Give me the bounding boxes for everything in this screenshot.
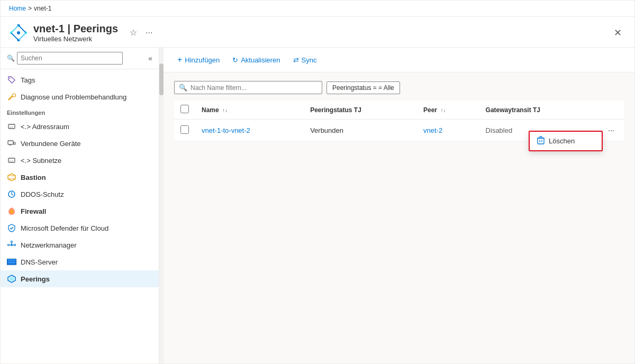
page-title: vnet-1 | Peerings — [33, 22, 118, 35]
sidebar-search-input[interactable] — [17, 52, 123, 65]
defender-icon — [7, 223, 16, 233]
sidebar-item-label: Netzwerkmanager — [21, 241, 77, 249]
sidebar-item-peerings[interactable]: Peerings — [1, 270, 159, 287]
svg-point-9 — [17, 31, 20, 34]
svg-rect-13 — [8, 141, 13, 144]
context-menu-delete[interactable]: Löschen — [530, 132, 602, 150]
svg-rect-14 — [14, 142, 15, 144]
add-icon: + — [177, 55, 182, 65]
wrench-icon — [7, 92, 16, 102]
sidebar-item-label: Peerings — [21, 275, 50, 283]
svg-text:<.>: <.> — [10, 125, 13, 129]
refresh-icon: ↻ — [232, 56, 238, 64]
svg-rect-32 — [7, 263, 16, 265]
row-checkbox[interactable] — [180, 125, 189, 134]
sidebar-collapse-button[interactable]: « — [148, 54, 152, 62]
svg-marker-34 — [10, 277, 14, 281]
tag-icon — [7, 75, 16, 85]
sidebar-item-label: Microsoft Defender für Cloud — [21, 224, 108, 232]
devices-icon — [7, 139, 16, 148]
sidebar-item-subnetze[interactable]: <.> <.> Subnetze — [1, 152, 159, 169]
add-button[interactable]: + Hinzufügen — [174, 53, 223, 67]
delete-label: Löschen — [549, 137, 575, 145]
sidebar-item-defender[interactable]: Microsoft Defender für Cloud — [1, 220, 159, 236]
col-gatewaytransit: Gatewaytransit TJ — [479, 101, 599, 120]
network-icon — [7, 240, 16, 250]
sidebar-item-label: <.> Subnetze — [21, 157, 61, 165]
svg-point-10 — [10, 78, 11, 79]
filter-row: 🔍 Peeringstatus = = Alle — [174, 81, 624, 94]
select-all-checkbox[interactable] — [180, 105, 189, 113]
sidebar-nav: Tags Diagnose und Problembehandlung Eins… — [1, 69, 159, 363]
svg-text:<.>: <.> — [10, 159, 13, 162]
header-title-group: vnet-1 | Peerings Virtuelles Netzwerk — [33, 22, 118, 43]
svg-rect-31 — [7, 261, 16, 263]
name-sort-icon[interactable]: ↑↓ — [222, 107, 228, 113]
svg-point-24 — [14, 244, 16, 246]
svg-point-25 — [11, 241, 13, 243]
content-area: + Hinzufügen ↻ Aktualisieren ⇄ Sync 🔍 — [164, 48, 634, 363]
sidebar-scrollbar[interactable] — [159, 48, 164, 363]
sidebar: 🔍 « Tags Diagnose und Problembe — [1, 48, 159, 363]
svg-point-23 — [8, 244, 10, 246]
sidebar-item-diagnose[interactable]: Diagnose und Problembehandlung — [1, 88, 159, 105]
table-header-row: Name ↑↓ Peeringstatus TJ Peer ↑↓ — [174, 101, 624, 120]
svg-point-22 — [11, 244, 13, 246]
row-status-cell: Verbunden — [304, 120, 417, 141]
resource-icon — [9, 23, 28, 42]
header-actions: ☆ ··· — [128, 25, 155, 40]
firewall-icon — [7, 206, 16, 216]
breadcrumb-home[interactable]: Home — [9, 5, 26, 12]
row-more-button[interactable]: ··· — [605, 125, 618, 135]
peerings-icon — [7, 274, 16, 284]
row-name-cell: vnet-1-to-vnet-2 — [195, 120, 304, 141]
refresh-button[interactable]: ↻ Aktualisieren — [229, 54, 283, 66]
sidebar-scroll-thumb — [159, 63, 164, 95]
svg-rect-35 — [538, 138, 544, 144]
sidebar-item-label: Tags — [21, 76, 35, 84]
ddos-icon — [7, 189, 16, 199]
sidebar-item-label: <.> Adressraum — [21, 123, 69, 131]
breadcrumb: Home > vnet-1 — [1, 1, 634, 17]
row-checkbox-cell — [174, 120, 195, 141]
breadcrumb-current: vnet-1 — [34, 5, 51, 12]
subnet-icon: <.> — [7, 156, 16, 165]
sidebar-item-label: DNS-Server — [21, 258, 58, 266]
bastion-icon — [7, 172, 16, 182]
content-toolbar: + Hinzufügen ↻ Aktualisieren ⇄ Sync — [164, 48, 634, 72]
filter-search-input[interactable] — [190, 84, 318, 92]
trash-icon — [537, 136, 545, 146]
sidebar-item-ddos[interactable]: DDOS-Schutz — [1, 186, 159, 203]
sidebar-item-dns[interactable]: DNS-Server — [1, 253, 159, 270]
sidebar-item-netzwerkmanager[interactable]: Netzwerkmanager — [1, 236, 159, 253]
sidebar-item-label: Verbundene Geräte — [21, 140, 80, 148]
breadcrumb-sep: > — [28, 5, 32, 12]
sidebar-item-label: Firewall — [21, 207, 46, 215]
sync-button[interactable]: ⇄ Sync — [290, 54, 320, 66]
sidebar-item-bastion[interactable]: Bastion — [1, 169, 159, 186]
sidebar-item-verbundene[interactable]: Verbundene Geräte — [1, 135, 159, 152]
favorite-button[interactable]: ☆ — [128, 25, 139, 40]
sidebar-item-adressraum[interactable]: <.> <.> Adressraum — [1, 118, 159, 135]
address-icon: <.> — [7, 122, 16, 131]
peer-link[interactable]: vnet-2 — [423, 126, 442, 134]
sidebar-item-label: Bastion — [21, 174, 46, 181]
filter-search-icon: 🔍 — [179, 84, 187, 92]
filter-status-badge[interactable]: Peeringstatus = = Alle — [326, 81, 400, 94]
close-button[interactable]: ✕ — [610, 25, 626, 41]
sidebar-item-firewall[interactable]: Firewall — [1, 203, 159, 220]
context-menu: Löschen — [529, 131, 603, 151]
sidebar-item-tags[interactable]: Tags — [1, 71, 159, 88]
more-options-button[interactable]: ··· — [143, 26, 155, 40]
dns-icon — [7, 257, 16, 267]
col-name: Name ↑↓ — [195, 101, 304, 120]
sidebar-item-label: Diagnose und Problembehandlung — [21, 93, 126, 101]
select-all-header — [174, 101, 195, 120]
svg-rect-30 — [7, 259, 16, 261]
filter-search-container: 🔍 — [174, 81, 322, 94]
peering-name-link[interactable]: vnet-1-to-vnet-2 — [202, 126, 250, 134]
peer-sort-icon[interactable]: ↑↓ — [440, 107, 446, 113]
section-einstellungen: Einstellungen — [1, 105, 159, 118]
content-main: 🔍 Peeringstatus = = Alle — [164, 72, 634, 363]
col-peeringstatus: Peeringstatus TJ — [304, 101, 417, 120]
